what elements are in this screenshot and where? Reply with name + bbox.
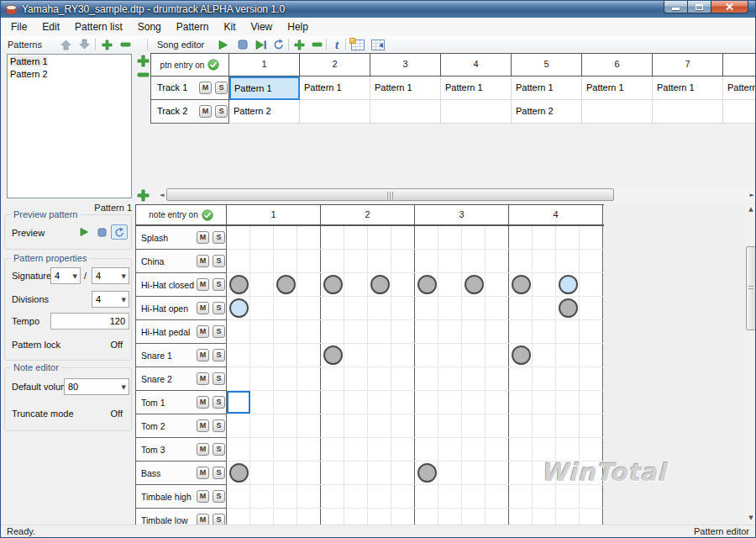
note-cell[interactable]: [368, 391, 391, 414]
note-cell[interactable]: [415, 320, 438, 343]
note-cell[interactable]: [227, 367, 250, 390]
note-cell[interactable]: [462, 367, 486, 390]
note-cell[interactable]: [556, 509, 580, 525]
note-cell[interactable]: [344, 297, 368, 319]
note-cell[interactable]: [415, 438, 438, 461]
note-cell[interactable]: [297, 462, 321, 484]
note-cell[interactable]: [391, 297, 415, 319]
note-cell[interactable]: [556, 226, 580, 249]
note-cell[interactable]: [250, 226, 274, 249]
note-cell[interactable]: [344, 320, 368, 343]
note-cell[interactable]: [274, 391, 297, 414]
note-cell[interactable]: [556, 414, 580, 437]
note-cell[interactable]: [462, 438, 486, 461]
note-cell[interactable]: [438, 344, 462, 367]
note-cell[interactable]: [438, 297, 462, 319]
note-cell[interactable]: [486, 250, 509, 272]
note-cell[interactable]: [227, 226, 250, 249]
note-cell[interactable]: [344, 391, 368, 414]
scroll-down-arrow-icon[interactable]: ▼: [745, 514, 756, 521]
note-cell[interactable]: [321, 367, 344, 390]
pattern-cell[interactable]: Pattern 1: [723, 76, 756, 100]
solo-button[interactable]: S: [213, 419, 225, 432]
note-cell[interactable]: [486, 297, 509, 319]
note-cell[interactable]: [462, 462, 486, 484]
entry-enabled-check-icon[interactable]: [207, 59, 219, 71]
note-cell[interactable]: [580, 391, 603, 414]
solo-button[interactable]: S: [213, 372, 225, 385]
menu-file[interactable]: File: [3, 18, 34, 35]
note-cell[interactable]: [274, 344, 297, 367]
note-cell[interactable]: [580, 462, 603, 484]
note-cell[interactable]: [297, 273, 321, 296]
note-cell[interactable]: [580, 226, 603, 249]
note-cell[interactable]: [321, 250, 344, 272]
note-cell[interactable]: [391, 320, 415, 343]
truncate-mode-value[interactable]: Off: [111, 409, 123, 419]
note-cell[interactable]: [462, 226, 486, 249]
note-cell[interactable]: [580, 273, 603, 296]
note-cell[interactable]: [486, 320, 509, 343]
note-cell[interactable]: [297, 485, 321, 508]
pattern-lock-value[interactable]: Off: [111, 340, 123, 350]
note-cell[interactable]: [486, 414, 509, 437]
note-cell[interactable]: [274, 462, 297, 484]
note-cell[interactable]: [533, 414, 556, 437]
remove-pattern-button[interactable]: [118, 38, 133, 51]
mute-button[interactable]: M: [197, 255, 209, 267]
pattern-list-item[interactable]: Pattern 2: [8, 68, 131, 81]
note-cell[interactable]: [227, 485, 250, 508]
note-cell[interactable]: [556, 250, 580, 272]
scroll-left-arrow-icon[interactable]: ◄: [160, 192, 164, 198]
note-cell[interactable]: [391, 509, 415, 525]
note-cell[interactable]: [580, 344, 603, 367]
note-cell[interactable]: [297, 297, 321, 319]
pattern-cell[interactable]: Pattern 1: [370, 76, 441, 100]
note-cell[interactable]: [509, 226, 533, 249]
solo-button[interactable]: S: [215, 105, 228, 118]
note-cell[interactable]: [509, 391, 533, 414]
note-cell[interactable]: [250, 367, 274, 390]
note-cell[interactable]: [509, 438, 533, 461]
note-cell[interactable]: [415, 250, 438, 272]
note-cell[interactable]: [274, 297, 297, 319]
note-cell[interactable]: [462, 320, 486, 343]
note-cell[interactable]: [533, 391, 556, 414]
signature-denominator-select[interactable]: 4▼: [92, 267, 129, 284]
note-cell[interactable]: [227, 320, 250, 343]
note-cell[interactable]: [438, 391, 462, 414]
mute-button[interactable]: M: [199, 82, 212, 94]
note-cell[interactable]: [580, 250, 603, 272]
note-cell[interactable]: [344, 273, 368, 296]
mute-button[interactable]: M: [197, 514, 209, 525]
note-cell[interactable]: [486, 273, 509, 296]
note-cell[interactable]: [321, 414, 344, 437]
note-cell[interactable]: [274, 367, 297, 390]
vertical-scroll-thumb[interactable]: [746, 246, 756, 330]
note-cell[interactable]: [415, 509, 438, 525]
note-cell[interactable]: [344, 485, 368, 508]
note-gray[interactable]: [512, 275, 531, 294]
patterns-list[interactable]: Pattern 1Pattern 2: [7, 54, 132, 198]
note-cell[interactable]: [415, 414, 438, 437]
note-cell[interactable]: [486, 391, 509, 414]
remove-track-button[interactable]: [137, 72, 150, 77]
menu-edit[interactable]: Edit: [34, 18, 67, 35]
note-cell[interactable]: [297, 414, 321, 437]
note-cell[interactable]: [227, 250, 250, 272]
note-cell[interactable]: [415, 344, 438, 367]
stop-song-button[interactable]: [235, 38, 250, 51]
note-cell[interactable]: [297, 226, 321, 249]
note-cell[interactable]: [556, 438, 580, 461]
note-cell[interactable]: [368, 297, 391, 319]
note-cell[interactable]: [462, 509, 486, 525]
note-cell[interactable]: [250, 485, 274, 508]
note-cell[interactable]: [274, 250, 297, 272]
note-cell[interactable]: [415, 485, 438, 508]
note-cell[interactable]: [274, 509, 297, 525]
solo-button[interactable]: S: [213, 302, 225, 314]
note-cell[interactable]: [250, 320, 274, 343]
note-gray[interactable]: [229, 275, 249, 294]
add-track-button[interactable]: [137, 55, 150, 67]
solo-button[interactable]: S: [213, 231, 225, 244]
